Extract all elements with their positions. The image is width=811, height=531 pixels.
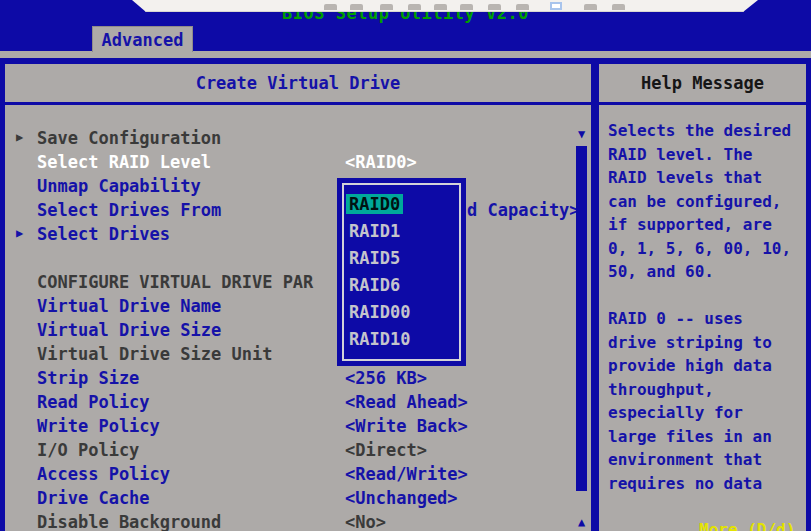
scrollbar-thumb[interactable] xyxy=(576,146,587,491)
menu-item-label: I/O Policy xyxy=(37,440,139,460)
menu-item-label: Select Drives From xyxy=(37,200,221,220)
menu-item[interactable]: CONFIGURE VIRTUAL DRIVE PAR xyxy=(5,271,573,295)
top-band: BIOS Setup Utility V2.0 Advanced xyxy=(0,0,811,62)
menu-item[interactable]: ▶Save Configuration xyxy=(5,127,573,151)
menu-item-label: Save Configuration xyxy=(37,128,221,148)
menu-item[interactable]: Virtual Drive Name xyxy=(5,295,573,319)
menu-item-label: Drive Cache xyxy=(37,488,150,508)
menu-item[interactable]: Unmap Capability xyxy=(5,175,573,199)
dropdown-item-label: RAID10 xyxy=(346,329,413,349)
help-line: provide high data xyxy=(608,356,804,380)
toolbar-icon-fragment[interactable] xyxy=(380,4,393,10)
menu-item[interactable]: Virtual Drive Size Unit xyxy=(5,343,573,367)
toolbar-icon-fragment[interactable] xyxy=(612,4,625,10)
menu-items: ▶Save ConfigurationSelect RAID Level<RAI… xyxy=(5,127,573,531)
scroll-up-icon[interactable]: ▲ xyxy=(575,516,588,529)
toolbar-icon-fragment[interactable] xyxy=(488,4,501,10)
menu-item-label: Disable Background xyxy=(37,512,221,531)
help-line: RAID 0 -- uses xyxy=(608,309,804,333)
dropdown-item-label: RAID6 xyxy=(346,275,403,295)
scroll-down-icon[interactable]: ▼ xyxy=(575,128,588,141)
menu-item[interactable]: Select RAID Level<RAID0> xyxy=(5,151,573,175)
menu-item[interactable]: Disable Background<No> xyxy=(5,511,573,531)
submenu-arrow-icon: ▶ xyxy=(16,130,23,144)
help-panel-title: Help Message xyxy=(599,64,806,105)
help-line: Selects the desired xyxy=(608,121,804,145)
help-line: requires no data xyxy=(608,474,804,498)
menu-item-value: <RAID0> xyxy=(345,152,417,172)
menu-item-label: Select Drives xyxy=(37,224,170,244)
submenu-arrow-icon: ▶ xyxy=(16,226,23,240)
dropdown-item-label: RAID00 xyxy=(346,302,413,322)
help-line: drive striping to xyxy=(608,333,804,357)
menu-item[interactable]: Access Policy<Read/Write> xyxy=(5,463,573,487)
menu-item-label: Access Policy xyxy=(37,464,170,484)
menu-item-value: <256 KB> xyxy=(345,368,427,388)
menu-item-value: <Direct> xyxy=(345,440,427,460)
help-line: can be configured, xyxy=(608,192,804,216)
menu-item[interactable]: Drive Cache<Unchanged> xyxy=(5,487,573,511)
menu-item[interactable]: Strip Size<256 KB> xyxy=(5,367,573,391)
help-line: especially for xyxy=(608,403,804,427)
dropdown-item[interactable]: RAID10 xyxy=(346,329,457,356)
menu-item-label: Read Policy xyxy=(37,392,150,412)
help-more-label: More (D/d) xyxy=(699,520,795,531)
menu-item-label: Strip Size xyxy=(37,368,139,388)
help-line: RAID levels that xyxy=(608,168,804,192)
menu-item-value: <Write Back> xyxy=(345,416,468,436)
create-virtual-drive-panel: Create Virtual Drive ▶Save Configuration… xyxy=(3,62,593,531)
dropdown-item[interactable]: RAID0 xyxy=(346,194,457,221)
help-line: environment that xyxy=(608,450,804,474)
tab-strip xyxy=(0,51,811,58)
menu-item[interactable]: Select Drives Fromd Capacity> xyxy=(5,199,573,223)
menu-item-value: d Capacity> xyxy=(467,200,580,220)
help-line: throughput, xyxy=(608,380,804,404)
scrollbar[interactable]: ▼ ▲ xyxy=(575,128,588,531)
help-line: RAID level. The xyxy=(608,145,804,169)
menu-item-value: <Read/Write> xyxy=(345,464,468,484)
help-line: if supported, are xyxy=(608,215,804,239)
menu-item-label: Virtual Drive Name xyxy=(37,296,221,316)
dropdown-item-label: RAID0 xyxy=(346,194,403,214)
menu-item[interactable]: ▶Select Drives xyxy=(5,223,573,247)
raid-level-dropdown: RAID0RAID1RAID5RAID6RAID00RAID10 xyxy=(337,178,466,366)
menu-item-value: <Unchanged> xyxy=(345,488,458,508)
help-panel: Help Message Selects the desiredRAID lev… xyxy=(597,62,808,531)
dropdown-item-label: RAID1 xyxy=(346,221,403,241)
panel-title: Create Virtual Drive xyxy=(5,64,591,105)
help-line: large files in an xyxy=(608,427,804,451)
menu-blank-row xyxy=(5,247,573,271)
remote-console-toolbar xyxy=(112,0,760,12)
help-line: 50, and 60. xyxy=(608,262,804,286)
dropdown-item[interactable]: RAID00 xyxy=(346,302,457,329)
toolbar-icon-fragment[interactable] xyxy=(434,4,447,10)
help-line xyxy=(608,286,804,310)
dropdown-item-label: RAID5 xyxy=(346,248,403,268)
dropdown-item[interactable]: RAID5 xyxy=(346,248,457,275)
menu-item[interactable]: I/O Policy<Direct> xyxy=(5,439,573,463)
dropdown-item[interactable]: RAID1 xyxy=(346,221,457,248)
menu-item-label: Virtual Drive Size Unit xyxy=(37,344,272,364)
menu-item-label: Virtual Drive Size xyxy=(37,320,221,340)
dropdown-items: RAID0RAID1RAID5RAID6RAID00RAID10 xyxy=(346,194,457,356)
menu-item[interactable]: Virtual Drive Size xyxy=(5,319,573,343)
menu-item-label: CONFIGURE VIRTUAL DRIVE PAR xyxy=(37,272,313,292)
menu-item[interactable]: Write Policy<Write Back> xyxy=(5,415,573,439)
toolbar-icon-fragment[interactable] xyxy=(460,4,473,10)
dropdown-item[interactable]: RAID6 xyxy=(346,275,457,302)
toolbar-icon-fragment[interactable] xyxy=(516,4,529,10)
toolbar-icon-fragment[interactable] xyxy=(408,4,421,10)
help-text: Selects the desiredRAID level. TheRAID l… xyxy=(608,121,804,497)
help-line: 0, 1, 5, 6, 00, 10, xyxy=(608,239,804,263)
menu-item-label: Unmap Capability xyxy=(37,176,201,196)
menu-item-value: <Read Ahead> xyxy=(345,392,468,412)
toolbar-checkbox-icon[interactable] xyxy=(550,2,562,10)
menu-item-label: Write Policy xyxy=(37,416,160,436)
toolbar-icon-fragment[interactable] xyxy=(350,4,363,10)
menu-item[interactable]: Read Policy<Read Ahead> xyxy=(5,391,573,415)
menu-item-value: <No> xyxy=(345,512,386,531)
toolbar-icon-fragment[interactable] xyxy=(584,4,597,10)
menu-item-label: Select RAID Level xyxy=(37,152,211,172)
tab-advanced[interactable]: Advanced xyxy=(92,26,193,52)
toolbar-icon-fragment[interactable] xyxy=(324,4,337,10)
